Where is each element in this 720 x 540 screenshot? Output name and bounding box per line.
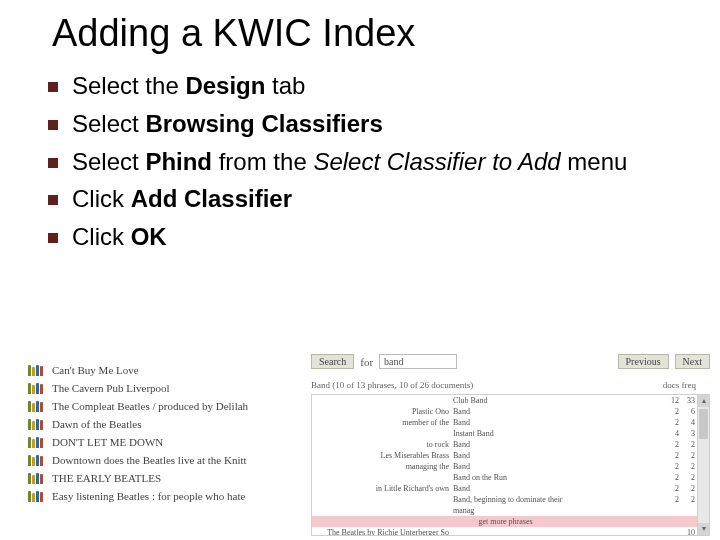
summary-text: Band (10 of 13 phrases, 10 of 26 documen… xyxy=(311,380,473,390)
screenshot-region: Can't Buy Me LoveThe Cavern Pub Liverpoo… xyxy=(0,352,720,540)
slide-title: Adding a KWIC Index xyxy=(0,0,720,63)
scroll-down-icon[interactable]: ▾ xyxy=(698,523,709,535)
prev-button[interactable]: Previous xyxy=(618,354,669,369)
bullet-text: Select the Design tab xyxy=(72,69,680,104)
phrase-row: to rockBand22 xyxy=(312,439,709,450)
bullet-icon xyxy=(48,158,58,168)
search-input[interactable]: band xyxy=(379,354,457,369)
bullet-icon xyxy=(48,195,58,205)
list-item-label: Dawn of the Beatles xyxy=(52,418,142,430)
summary-cols: docs freq xyxy=(663,380,710,390)
bullet-icon xyxy=(48,233,58,243)
list-item[interactable]: DON'T LET ME DOWN xyxy=(28,436,287,448)
list-item-label: Easy listening Beatles : for people who … xyxy=(52,490,245,502)
search-for-label: for xyxy=(360,356,373,368)
bullet-item: Click Add Classifier xyxy=(48,182,680,217)
phrase-row: Instant Band43 xyxy=(312,428,709,439)
phrase-table: ▴ ▾ Club Band1233Plastic OnoBand26member… xyxy=(311,394,710,536)
search-button[interactable]: Search xyxy=(311,354,354,369)
bookshelf-icon xyxy=(28,437,46,448)
phrase-row: Plastic OnoBand26 xyxy=(312,406,709,417)
search-bar: Search for band Previous Next xyxy=(311,354,710,369)
bookshelf-icon xyxy=(28,365,46,376)
phrase-row: member of theBand24 xyxy=(312,417,709,428)
list-item-label: Downtown does the Beatles live at the Kn… xyxy=(52,454,247,466)
phrase-row: Band, beginning to dominate their manag2… xyxy=(312,494,709,516)
list-item[interactable]: The Compleat Beatles / produced by Delil… xyxy=(28,400,287,412)
phrase-row: in Little Richard's ownBand22 xyxy=(312,483,709,494)
bullet-item: Click OK xyxy=(48,220,680,255)
bullet-text: Click OK xyxy=(72,220,680,255)
next-button[interactable]: Next xyxy=(675,354,710,369)
list-item-label: The Cavern Pub Liverpool xyxy=(52,382,170,394)
list-item-label: THE EARLY BEATLES xyxy=(52,472,161,484)
bookshelf-icon xyxy=(28,473,46,484)
phrase-row: Band on the Run22 xyxy=(312,472,709,483)
bookshelf-icon xyxy=(28,383,46,394)
bullet-text: Select Browsing Classifiers xyxy=(72,107,680,142)
bullet-item: Select Phind from the Select Classifier … xyxy=(48,145,680,180)
bullet-item: Select the Design tab xyxy=(48,69,680,104)
phrase-row: Les Miserables BrassBand22 xyxy=(312,450,709,461)
bullet-text: Select Phind from the Select Classifier … xyxy=(72,145,680,180)
phind-panel: Search for band Previous Next Band (10 o… xyxy=(293,352,720,540)
list-item[interactable]: Can't Buy Me Love xyxy=(28,364,287,376)
bullet-icon xyxy=(48,120,58,130)
bullet-icon xyxy=(48,82,58,92)
list-item[interactable]: THE EARLY BEATLES xyxy=(28,472,287,484)
bookshelf-icon xyxy=(28,401,46,412)
results-list: Can't Buy Me LoveThe Cavern Pub Liverpoo… xyxy=(0,352,293,540)
bullet-item: Select Browsing Classifiers xyxy=(48,107,680,142)
phrase-row: managing theBand22 xyxy=(312,461,709,472)
scroll-thumb[interactable] xyxy=(699,409,708,439)
list-item-label: The Compleat Beatles / produced by Delil… xyxy=(52,400,248,412)
bullet-text: Click Add Classifier xyxy=(72,182,680,217)
list-item[interactable]: Downtown does the Beatles live at the Kn… xyxy=(28,454,287,466)
list-item[interactable]: Easy listening Beatles : for people who … xyxy=(28,490,287,502)
bullet-list: Select the Design tabSelect Browsing Cla… xyxy=(0,63,720,255)
list-item-label: DON'T LET ME DOWN xyxy=(52,436,163,448)
list-item[interactable]: The Cavern Pub Liverpool xyxy=(28,382,287,394)
phrase-row: Club Band1233 xyxy=(312,395,709,406)
get-more-row[interactable]: get more phrases xyxy=(312,516,709,527)
list-item-label: Can't Buy Me Love xyxy=(52,364,139,376)
list-item[interactable]: Dawn of the Beatles xyxy=(28,418,287,430)
phrase-row: The Beatles by Richie Unterberger So muc… xyxy=(312,527,709,536)
scroll-up-icon[interactable]: ▴ xyxy=(698,395,709,407)
bookshelf-icon xyxy=(28,419,46,430)
scrollbar[interactable]: ▴ ▾ xyxy=(697,395,709,535)
bookshelf-icon xyxy=(28,455,46,466)
bookshelf-icon xyxy=(28,491,46,502)
